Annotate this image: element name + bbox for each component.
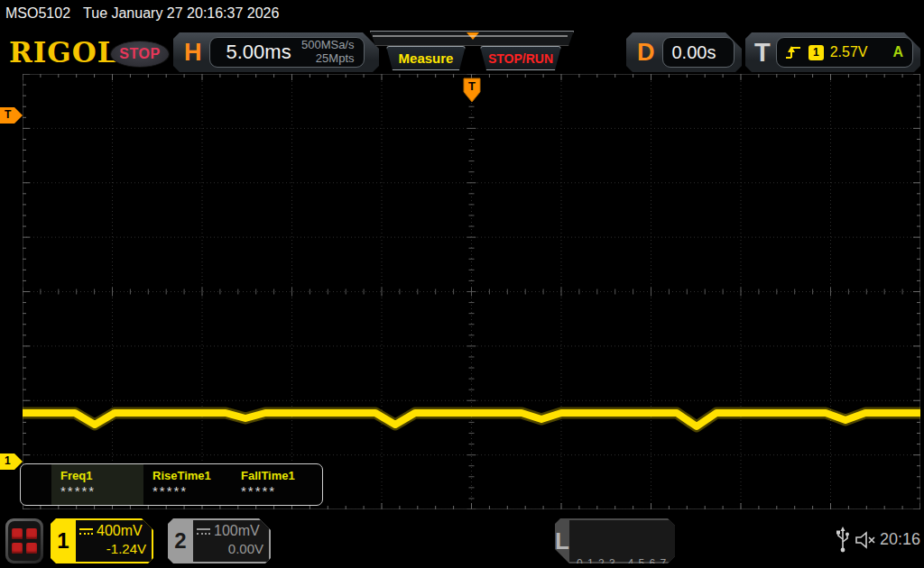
measurement-item-freq1[interactable]: Freq1 ***** xyxy=(51,464,143,505)
channel2-number: 2 xyxy=(168,518,193,563)
usb-icon xyxy=(836,527,850,554)
measurement-value: ***** xyxy=(241,483,322,499)
delay-value: 0.00s xyxy=(672,42,716,63)
measure-button[interactable]: Measure xyxy=(386,46,466,70)
menu-grid-icon xyxy=(8,521,41,561)
trigger-pill: 1 2.57V A xyxy=(776,37,913,68)
trigger-rising-edge-icon xyxy=(784,44,802,60)
stop-run-button[interactable]: STOP/RUN xyxy=(480,46,561,70)
channel2-values: 100mV 0.00V xyxy=(193,520,269,562)
sample-rate-value: 500MSa/s xyxy=(301,39,355,52)
channel2-offset: 0.00V xyxy=(197,541,263,556)
measurement-results-panel[interactable]: Freq1 ***** RiseTime1 ***** FallTime1 **… xyxy=(20,463,323,506)
waveform-display-area xyxy=(23,74,920,509)
timebase-value: 5.00ms xyxy=(226,41,301,64)
grid-ticks xyxy=(23,74,920,509)
trigger-level-marker-label: T xyxy=(5,108,11,121)
sample-rate-block: 500MSa/s 25Mpts xyxy=(301,39,356,66)
channel1-offset: -1.24V xyxy=(79,541,146,556)
model-name: MSO5102 xyxy=(5,5,70,21)
measurement-label: FallTime1 xyxy=(241,469,322,482)
channel1-scale: 400mV xyxy=(97,523,143,539)
memory-depth-value: 25Mpts xyxy=(301,52,355,66)
measure-button-label: Measure xyxy=(399,50,454,66)
channel1-status-button[interactable]: 1 400mV -1.24V xyxy=(51,518,153,563)
horizontal-settings-button[interactable]: H 5.00ms 500MSa/s 25Mpts xyxy=(173,32,379,72)
brand-logo: RIGOL xyxy=(9,36,118,69)
channel2-scale: 100mV xyxy=(214,523,260,539)
waveform-overview-icon xyxy=(371,32,573,45)
channel1-ground-marker-label: 1 xyxy=(5,454,11,467)
speaker-muted-icon[interactable] xyxy=(855,530,876,550)
measurement-item-risetime1[interactable]: RiseTime1 ***** xyxy=(143,464,232,505)
trigger-position-marker[interactable]: T xyxy=(463,78,481,103)
trigger-level-value: 2.57V xyxy=(830,44,887,60)
acquisition-status-text: STOP xyxy=(119,46,160,62)
trigger-position-marker-label: T xyxy=(468,79,476,93)
channel1-values: 400mV -1.24V xyxy=(76,520,152,562)
measurement-empty-cell xyxy=(21,464,51,505)
delay-label: D xyxy=(626,39,662,67)
horizontal-pill: 5.00ms 500MSa/s 25Mpts xyxy=(209,37,365,68)
measurement-item-falltime1[interactable]: FallTime1 ***** xyxy=(232,464,322,505)
logic-channels-button[interactable]: L 0 1 2 3 4 5 6 7 8 9 1011 12131415 xyxy=(555,518,675,563)
trigger-settings-button[interactable]: T 1 2.57V A xyxy=(745,32,920,72)
status-line: MSO5102Tue January 27 20:16:37 2026 xyxy=(5,5,279,22)
logic-row-1: 0 1 2 3 4 5 6 7 xyxy=(577,556,685,568)
logic-label: L xyxy=(555,518,569,563)
delay-pill: 0.00s xyxy=(662,37,735,68)
stop-run-button-label: STOP/RUN xyxy=(488,51,553,66)
delay-settings-button[interactable]: D 0.00s xyxy=(626,32,742,72)
horizontal-position-indicator[interactable] xyxy=(370,31,574,46)
oscilloscope-screen: MSO5102Tue January 27 20:16:37 2026 RIGO… xyxy=(0,0,924,568)
measurement-label: Freq1 xyxy=(60,469,143,482)
logic-channel-list: 0 1 2 3 4 5 6 7 8 9 1011 12131415 xyxy=(569,520,685,562)
main-menu-button[interactable] xyxy=(5,518,43,563)
channel1-number: 1 xyxy=(51,518,76,563)
datetime-text: Tue January 27 20:16:37 2026 xyxy=(83,5,279,21)
trigger-label: T xyxy=(745,38,776,68)
dc-coupling-icon xyxy=(197,528,210,535)
measurement-label: RiseTime1 xyxy=(152,469,232,482)
measurement-value: ***** xyxy=(60,483,143,499)
measurement-value: ***** xyxy=(152,483,232,499)
dc-coupling-icon xyxy=(79,528,93,535)
channel2-status-button[interactable]: 2 100mV 0.00V xyxy=(168,518,271,563)
clock-text: 20:16 xyxy=(880,530,920,549)
trigger-level-marker[interactable]: T xyxy=(0,107,23,124)
acquisition-status-badge: STOP xyxy=(110,41,170,68)
horizontal-label: H xyxy=(173,39,209,67)
trigger-mode-auto: A xyxy=(892,44,905,60)
trigger-source-badge: 1 xyxy=(808,45,824,60)
